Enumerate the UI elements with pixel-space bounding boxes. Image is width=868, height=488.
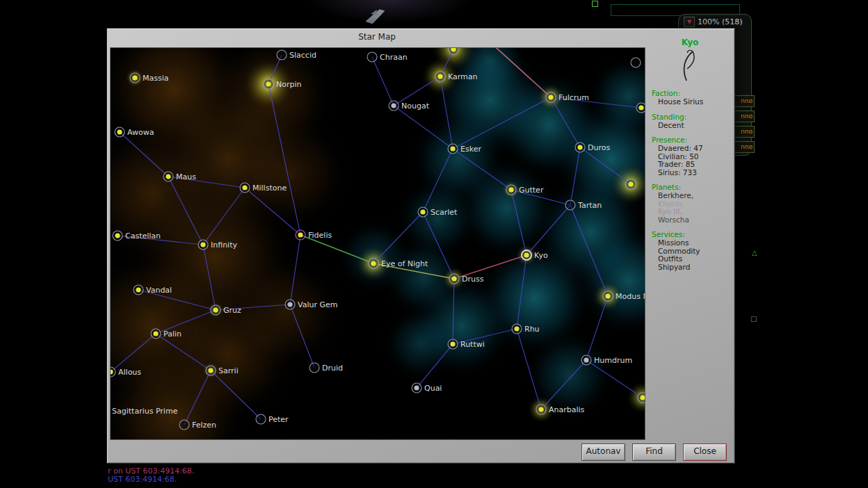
- map-system-fcut[interactable]: [626, 179, 636, 189]
- system-label-fulcrum: Fulcrum: [558, 93, 589, 102]
- map-system-druid[interactable]: [310, 363, 319, 373]
- system-label-quai: Quai: [424, 384, 442, 393]
- hud-speed-readout: ▼ 100% (518): [684, 17, 743, 27]
- presence-list: Dvaered: 47Civilian: 50Trader: 85Sirius:…: [648, 145, 732, 177]
- system-label-peter: Peter: [268, 415, 289, 424]
- map-system-gruz[interactable]: [211, 305, 220, 315]
- map-system-ruttwi[interactable]: [448, 339, 458, 349]
- map-system-eyeofnight[interactable]: [369, 259, 378, 268]
- system-label-eyeofnight: Eye of Night: [381, 259, 428, 268]
- hud-target-marker-icon: [592, 1, 598, 7]
- hud-side-button[interactable]: nno: [734, 141, 755, 153]
- map-system-norpin[interactable]: [264, 79, 273, 89]
- system-label-duros: Duros: [588, 143, 610, 152]
- system-label-maus: Maus: [176, 172, 196, 181]
- nebula-orange: [232, 114, 351, 232]
- map-system-karman[interactable]: [435, 72, 445, 81]
- map-system-maus[interactable]: [163, 172, 173, 181]
- map-system-felzen[interactable]: [179, 420, 189, 430]
- close-button[interactable]: Close: [683, 444, 727, 461]
- map-system-awowa[interactable]: [115, 127, 124, 137]
- system-label-anarbalis: Anarbalis: [549, 405, 585, 414]
- standing-label: Standing:: [652, 113, 732, 121]
- system-label-felzen: Felzen: [192, 421, 216, 430]
- planet-item: Berkhere,: [658, 192, 732, 200]
- nebula-cyan: [396, 177, 479, 260]
- find-button[interactable]: Find: [632, 444, 676, 461]
- map-system-jack[interactable]: [636, 103, 645, 113]
- map-system-duros[interactable]: [575, 143, 585, 152]
- system-label-sagprime: Sagittarius Prime: [112, 407, 178, 416]
- map-system-fidelis[interactable]: [296, 230, 305, 240]
- nebula-cyan: [382, 305, 458, 382]
- system-label-karman: Karman: [448, 72, 478, 81]
- map-system-brcut[interactable]: [638, 393, 645, 402]
- system-label-gruz: Gruz: [223, 306, 241, 315]
- map-system-quai[interactable]: [412, 383, 421, 393]
- map-system-vandal[interactable]: [134, 285, 143, 295]
- map-system-castellan[interactable]: [113, 231, 122, 241]
- service-item: Shipyard: [658, 263, 732, 272]
- planet-list: Berkhere,Khorin,Kyo III,Worscha: [648, 192, 732, 224]
- map-system-valurgem[interactable]: [285, 300, 295, 309]
- hud-side-button[interactable]: nno: [734, 126, 755, 138]
- system-label-massia: Massia: [143, 74, 169, 83]
- planet-item: Kyo III,: [658, 208, 732, 216]
- faction-logo-sirius: [648, 49, 732, 83]
- system-label-vandal: Vandal: [146, 286, 172, 295]
- star-map-window: Star Map SlaccidChra: [106, 28, 735, 464]
- radar-square-icon: □: [750, 315, 757, 323]
- map-system-peter[interactable]: [256, 414, 266, 424]
- system-label-druss: Druss: [462, 275, 484, 284]
- map-system-humdrum[interactable]: [581, 355, 591, 365]
- system-label-chraan: Chraan: [380, 53, 408, 62]
- faction-value: House Sirius: [658, 98, 732, 106]
- map-system-kyo[interactable]: [522, 250, 531, 260]
- hyperlane-chraan-nougat: [372, 57, 394, 106]
- map-system-tartan[interactable]: [565, 200, 575, 210]
- message-log: r on UST 603:4914:68.UST 603:4914:68.: [108, 467, 194, 484]
- map-system-infinity[interactable]: [198, 240, 208, 250]
- star-map-canvas[interactable]: SlaccidChraanMassiaNorpinKarmanNougatFul…: [110, 47, 645, 440]
- map-system-chraan[interactable]: [367, 52, 377, 62]
- map-system-sarrii[interactable]: [206, 366, 216, 375]
- autonav-button[interactable]: Autonav: [581, 444, 625, 461]
- system-label-gutter: Gutter: [519, 186, 544, 195]
- map-system-druss[interactable]: [449, 274, 459, 284]
- system-label-allous: Allous: [118, 368, 141, 377]
- system-label-nougat: Nougat: [401, 101, 430, 111]
- hud-side-button[interactable]: nno: [734, 95, 755, 107]
- faction-label: Faction:: [652, 89, 732, 97]
- planet-item: Worscha: [658, 216, 732, 225]
- map-system-gutter[interactable]: [506, 185, 516, 195]
- map-system-topcut[interactable]: [449, 48, 458, 54]
- map-system-trcut[interactable]: [631, 58, 641, 67]
- system-label-sarrii: Sarrii: [218, 366, 239, 375]
- service-list: MissionsCommodityOutfitsShipyard: [648, 239, 732, 271]
- map-system-slaccid[interactable]: [277, 50, 287, 60]
- selected-system-name: Kyo: [648, 38, 732, 47]
- system-label-infinity: Infinity: [211, 241, 237, 250]
- speed-triangle-icon: ▼: [684, 17, 695, 27]
- map-system-anarbalis[interactable]: [536, 405, 546, 414]
- map-system-nougat[interactable]: [389, 101, 399, 111]
- nebula-orange: [225, 253, 344, 371]
- map-system-millstone[interactable]: [240, 183, 250, 193]
- system-label-humdrum: Humdrum: [594, 356, 632, 365]
- map-system-modus[interactable]: [603, 291, 613, 301]
- hud-side-button-column: nnonnonnonno: [734, 0, 753, 488]
- map-system-massia[interactable]: [130, 73, 140, 83]
- map-system-scarlet[interactable]: [418, 207, 428, 217]
- hud-side-button[interactable]: nno: [734, 111, 755, 122]
- system-label-druid: Druid: [322, 364, 343, 373]
- player-ship-sprite: [357, 1, 394, 29]
- presence-item: Sirius: 733: [658, 169, 732, 177]
- map-system-palin[interactable]: [151, 329, 161, 339]
- map-system-esker[interactable]: [448, 144, 458, 154]
- service-item: Missions: [658, 239, 732, 247]
- system-label-fidelis: Fidelis: [308, 231, 332, 240]
- map-system-fulcrum[interactable]: [546, 92, 556, 102]
- map-system-rhu[interactable]: [512, 324, 522, 334]
- system-label-valurgem: Valur Gem: [298, 300, 337, 309]
- system-label-modus: Modus M: [616, 292, 645, 301]
